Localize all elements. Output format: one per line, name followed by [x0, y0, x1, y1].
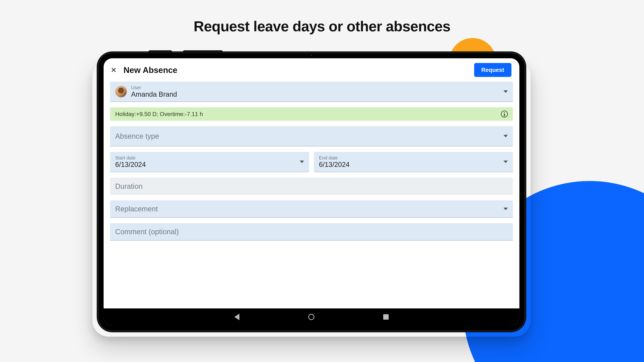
chevron-down-icon [504, 90, 508, 93]
app-header: ✕ New Absence Request [104, 58, 520, 82]
comment-placeholder: Comment (optional) [115, 228, 508, 236]
chevron-down-icon [300, 161, 304, 163]
duration-field: Duration [110, 178, 513, 195]
end-date-value: 6/13/2024 [319, 161, 499, 169]
replacement-placeholder: Replacement [115, 205, 499, 213]
page-title: New Absence [124, 65, 468, 75]
absence-type-select[interactable]: Absence type [110, 126, 513, 146]
absence-type-placeholder: Absence type [115, 132, 499, 140]
duration-placeholder: Duration [115, 182, 508, 190]
chevron-down-icon [504, 161, 508, 163]
comment-field[interactable]: Comment (optional) [110, 223, 513, 241]
balance-text: Holiday:+9.50 D; Overtime:-7.11 h [115, 111, 497, 117]
avatar [115, 86, 127, 97]
page-headline: Request leave days or other absences [0, 18, 644, 35]
screen: ✕ New Absence Request User Amanda Brand … [104, 58, 520, 326]
nav-back-icon[interactable] [234, 314, 240, 320]
user-field-label: User [131, 85, 499, 90]
start-date-select[interactable]: Start date 6/13/2024 [110, 152, 309, 172]
end-date-label: End date [319, 155, 499, 161]
chevron-down-icon [504, 135, 508, 137]
tablet-frame: ✕ New Absence Request User Amanda Brand … [98, 52, 525, 331]
end-date-select[interactable]: End date 6/13/2024 [314, 152, 513, 172]
chevron-down-icon [504, 208, 508, 210]
start-date-value: 6/13/2024 [115, 161, 296, 169]
user-select[interactable]: User Amanda Brand [110, 82, 513, 102]
balance-banner: Holiday:+9.50 D; Overtime:-7.11 h [110, 107, 513, 121]
info-icon[interactable] [501, 111, 508, 117]
android-navbar [104, 309, 520, 326]
user-field-value: Amanda Brand [131, 90, 499, 98]
absence-form: User Amanda Brand Holiday:+9.50 D; Overt… [104, 82, 520, 309]
tablet-hw-button [183, 50, 223, 53]
nav-recents-icon[interactable] [383, 314, 389, 320]
replacement-select[interactable]: Replacement [110, 200, 513, 218]
close-icon[interactable]: ✕ [110, 66, 117, 74]
nav-home-icon[interactable] [308, 314, 314, 320]
tablet-hw-button [148, 50, 172, 53]
start-date-label: Start date [115, 155, 296, 161]
request-button[interactable]: Request [474, 63, 512, 77]
